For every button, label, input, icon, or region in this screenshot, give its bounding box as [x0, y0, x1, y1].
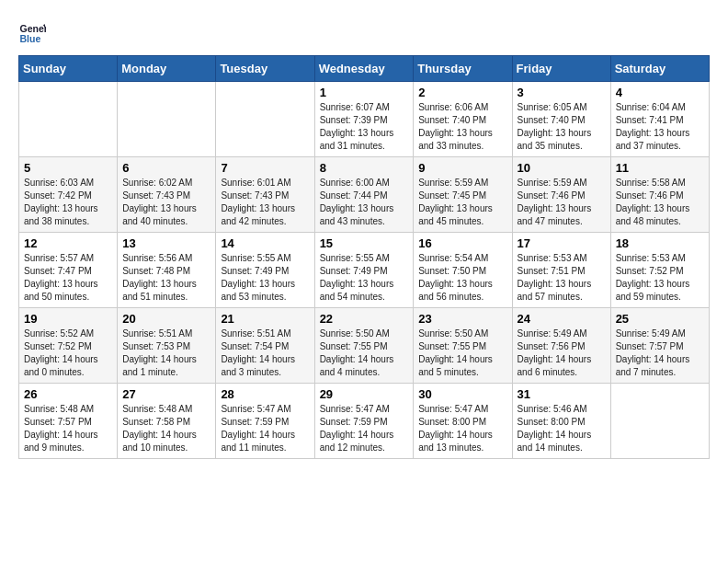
header-sunday: Sunday	[19, 56, 118, 82]
header-saturday: Saturday	[610, 56, 709, 82]
week-row-0: 1Sunrise: 6:07 AM Sunset: 7:39 PM Daylig…	[19, 82, 710, 157]
day-number: 7	[221, 161, 309, 175]
day-info: Sunrise: 5:51 AM Sunset: 7:54 PM Dayligh…	[221, 327, 309, 379]
week-row-2: 12Sunrise: 5:57 AM Sunset: 7:47 PM Dayli…	[19, 233, 710, 308]
day-info: Sunrise: 5:54 AM Sunset: 7:50 PM Dayligh…	[418, 252, 506, 304]
week-row-1: 5Sunrise: 6:03 AM Sunset: 7:42 PM Daylig…	[19, 157, 710, 233]
day-number: 9	[418, 161, 506, 175]
calendar-cell: 22Sunrise: 5:50 AM Sunset: 7:55 PM Dayli…	[314, 308, 414, 384]
day-info: Sunrise: 5:59 AM Sunset: 7:46 PM Dayligh…	[518, 177, 606, 228]
calendar-cell: 11Sunrise: 5:58 AM Sunset: 7:46 PM Dayli…	[610, 157, 709, 233]
day-info: Sunrise: 5:50 AM Sunset: 7:55 PM Dayligh…	[418, 327, 506, 379]
day-number: 29	[320, 387, 409, 401]
day-number: 31	[518, 387, 606, 401]
day-info: Sunrise: 5:46 AM Sunset: 8:00 PM Dayligh…	[518, 403, 606, 454]
day-info: Sunrise: 5:48 AM Sunset: 7:57 PM Dayligh…	[24, 403, 112, 454]
day-info: Sunrise: 5:53 AM Sunset: 7:52 PM Dayligh…	[616, 252, 704, 304]
day-number: 20	[122, 312, 210, 326]
calendar-cell: 9Sunrise: 5:59 AM Sunset: 7:45 PM Daylig…	[414, 157, 512, 233]
calendar-cell	[118, 82, 216, 157]
day-info: Sunrise: 5:57 AM Sunset: 7:47 PM Dayligh…	[24, 252, 112, 304]
logo: General Blue	[18, 18, 50, 46]
day-info: Sunrise: 5:56 AM Sunset: 7:48 PM Dayligh…	[122, 252, 210, 304]
calendar-cell: 21Sunrise: 5:51 AM Sunset: 7:54 PM Dayli…	[216, 308, 314, 384]
day-number: 25	[616, 312, 704, 326]
calendar-cell: 8Sunrise: 6:00 AM Sunset: 7:44 PM Daylig…	[314, 157, 414, 233]
header-wednesday: Wednesday	[314, 56, 414, 82]
day-number: 23	[418, 312, 506, 326]
day-number: 30	[418, 387, 506, 401]
page-header: General Blue	[18, 18, 710, 46]
day-info: Sunrise: 6:06 AM Sunset: 7:40 PM Dayligh…	[418, 101, 506, 153]
day-number: 28	[221, 387, 309, 401]
calendar-cell: 18Sunrise: 5:53 AM Sunset: 7:52 PM Dayli…	[610, 233, 709, 308]
day-info: Sunrise: 5:47 AM Sunset: 7:59 PM Dayligh…	[221, 403, 309, 454]
day-info: Sunrise: 5:47 AM Sunset: 7:59 PM Dayligh…	[320, 403, 409, 454]
logo-icon: General Blue	[18, 18, 46, 46]
day-info: Sunrise: 6:02 AM Sunset: 7:43 PM Dayligh…	[122, 177, 210, 228]
day-number: 18	[616, 236, 704, 250]
calendar-cell: 12Sunrise: 5:57 AM Sunset: 7:47 PM Dayli…	[19, 233, 118, 308]
calendar-cell: 3Sunrise: 6:05 AM Sunset: 7:40 PM Daylig…	[512, 82, 610, 157]
calendar-cell	[216, 82, 314, 157]
calendar-cell: 1Sunrise: 6:07 AM Sunset: 7:39 PM Daylig…	[314, 82, 414, 157]
day-number: 15	[320, 236, 409, 250]
day-info: Sunrise: 6:00 AM Sunset: 7:44 PM Dayligh…	[320, 177, 409, 228]
day-number: 24	[518, 312, 606, 326]
calendar-header-row: SundayMondayTuesdayWednesdayThursdayFrid…	[19, 56, 710, 82]
day-number: 10	[518, 161, 606, 175]
day-info: Sunrise: 5:49 AM Sunset: 7:57 PM Dayligh…	[616, 327, 704, 379]
calendar-cell: 23Sunrise: 5:50 AM Sunset: 7:55 PM Dayli…	[414, 308, 512, 384]
calendar-cell: 31Sunrise: 5:46 AM Sunset: 8:00 PM Dayli…	[512, 384, 610, 459]
day-info: Sunrise: 5:52 AM Sunset: 7:52 PM Dayligh…	[24, 327, 112, 379]
day-number: 12	[24, 236, 112, 250]
calendar-cell: 13Sunrise: 5:56 AM Sunset: 7:48 PM Dayli…	[118, 233, 216, 308]
day-number: 21	[221, 312, 309, 326]
calendar-cell: 6Sunrise: 6:02 AM Sunset: 7:43 PM Daylig…	[118, 157, 216, 233]
day-number: 19	[24, 312, 112, 326]
calendar-cell: 27Sunrise: 5:48 AM Sunset: 7:58 PM Dayli…	[118, 384, 216, 459]
week-row-3: 19Sunrise: 5:52 AM Sunset: 7:52 PM Dayli…	[19, 308, 710, 384]
day-info: Sunrise: 5:48 AM Sunset: 7:58 PM Dayligh…	[122, 403, 210, 454]
day-info: Sunrise: 5:58 AM Sunset: 7:46 PM Dayligh…	[616, 177, 704, 228]
day-number: 11	[616, 161, 704, 175]
calendar-cell: 4Sunrise: 6:04 AM Sunset: 7:41 PM Daylig…	[610, 82, 709, 157]
calendar-cell: 17Sunrise: 5:53 AM Sunset: 7:51 PM Dayli…	[512, 233, 610, 308]
day-info: Sunrise: 6:05 AM Sunset: 7:40 PM Dayligh…	[518, 101, 606, 153]
header-monday: Monday	[118, 56, 216, 82]
day-info: Sunrise: 5:53 AM Sunset: 7:51 PM Dayligh…	[518, 252, 606, 304]
day-info: Sunrise: 6:07 AM Sunset: 7:39 PM Dayligh…	[320, 101, 409, 153]
day-info: Sunrise: 6:04 AM Sunset: 7:41 PM Dayligh…	[616, 101, 704, 153]
calendar-cell: 10Sunrise: 5:59 AM Sunset: 7:46 PM Dayli…	[512, 157, 610, 233]
day-info: Sunrise: 5:50 AM Sunset: 7:55 PM Dayligh…	[320, 327, 409, 379]
calendar-table: SundayMondayTuesdayWednesdayThursdayFrid…	[18, 55, 710, 459]
calendar-cell: 15Sunrise: 5:55 AM Sunset: 7:49 PM Dayli…	[314, 233, 414, 308]
day-number: 6	[122, 161, 210, 175]
calendar-cell: 29Sunrise: 5:47 AM Sunset: 7:59 PM Dayli…	[314, 384, 414, 459]
day-number: 1	[320, 86, 409, 99]
day-info: Sunrise: 6:01 AM Sunset: 7:43 PM Dayligh…	[221, 177, 309, 228]
day-info: Sunrise: 5:59 AM Sunset: 7:45 PM Dayligh…	[418, 177, 506, 228]
calendar-cell: 28Sunrise: 5:47 AM Sunset: 7:59 PM Dayli…	[216, 384, 314, 459]
svg-text:Blue: Blue	[20, 33, 41, 44]
day-number: 26	[24, 387, 112, 401]
day-info: Sunrise: 5:47 AM Sunset: 8:00 PM Dayligh…	[418, 403, 506, 454]
day-number: 14	[221, 236, 309, 250]
week-row-4: 26Sunrise: 5:48 AM Sunset: 7:57 PM Dayli…	[19, 384, 710, 459]
day-number: 8	[320, 161, 409, 175]
header-tuesday: Tuesday	[216, 56, 314, 82]
day-number: 5	[24, 161, 112, 175]
day-number: 13	[122, 236, 210, 250]
header-friday: Friday	[512, 56, 610, 82]
calendar-cell	[19, 82, 118, 157]
day-info: Sunrise: 5:51 AM Sunset: 7:53 PM Dayligh…	[122, 327, 210, 379]
calendar-cell: 14Sunrise: 5:55 AM Sunset: 7:49 PM Dayli…	[216, 233, 314, 308]
day-number: 16	[418, 236, 506, 250]
calendar-cell	[610, 384, 709, 459]
calendar-cell: 19Sunrise: 5:52 AM Sunset: 7:52 PM Dayli…	[19, 308, 118, 384]
calendar-cell: 7Sunrise: 6:01 AM Sunset: 7:43 PM Daylig…	[216, 157, 314, 233]
day-number: 17	[518, 236, 606, 250]
calendar-cell: 26Sunrise: 5:48 AM Sunset: 7:57 PM Dayli…	[19, 384, 118, 459]
day-number: 2	[418, 86, 506, 99]
day-info: Sunrise: 5:55 AM Sunset: 7:49 PM Dayligh…	[320, 252, 409, 304]
